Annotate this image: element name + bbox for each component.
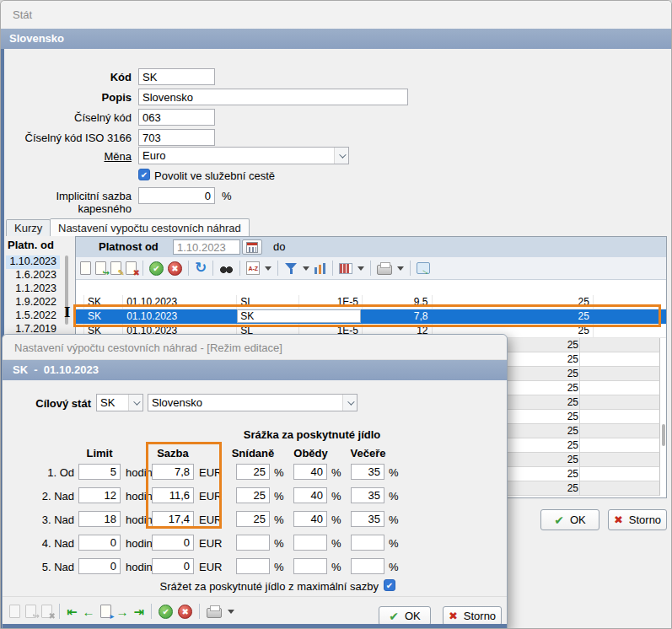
ciselny-kod-input[interactable]: 063	[138, 109, 215, 126]
limit-input[interactable]: 0	[78, 558, 121, 574]
sort-dropdown-caret[interactable]	[265, 266, 271, 271]
col-limit-label: Limit	[78, 447, 121, 460]
new-record-icon[interactable]	[80, 261, 91, 275]
popis-label: Popis	[5, 91, 132, 104]
edit-record-icon[interactable]: ✎	[110, 261, 121, 275]
ok-button[interactable]: ✔ OK	[540, 509, 599, 530]
pct-unit: %	[331, 490, 345, 503]
accept-icon[interactable]	[159, 605, 173, 619]
col-snidane-label: Snídaně	[228, 447, 278, 460]
limit-input[interactable]: 5	[78, 464, 121, 480]
obedy-input[interactable]: 40	[293, 464, 327, 480]
table-scrollbar[interactable]	[662, 424, 665, 446]
record-header-bar: Slovensko	[1, 29, 672, 49]
record-list-icon[interactable]: ▸	[100, 605, 111, 618]
iso-input[interactable]: 703	[138, 129, 215, 146]
pct-unit: %	[389, 513, 402, 526]
col-vecere-label: Večeře	[345, 447, 391, 460]
kod-input[interactable]: SK	[138, 68, 215, 85]
first-record-icon[interactable]: ⇤	[67, 605, 78, 619]
cilovy-stat-code-combo[interactable]: SK	[96, 394, 143, 411]
kapesne-input[interactable]: 0	[138, 187, 215, 204]
limit-input[interactable]: 12	[78, 487, 121, 503]
limit-input[interactable]: 0	[78, 535, 121, 551]
limit-input[interactable]: 18	[78, 511, 121, 527]
snidane-input[interactable]	[236, 558, 270, 574]
filter-date-input[interactable]: 1.10.2023	[173, 239, 240, 255]
tab-nastaveni-nahrad[interactable]: Nastavení vypočtu cestovních náhrad	[50, 218, 250, 236]
snidane-input[interactable]: 25	[236, 464, 270, 480]
print-icon[interactable]	[377, 265, 392, 275]
vecere-input[interactable]: 35	[351, 464, 384, 480]
col-sazba-label: Sazba	[152, 447, 194, 460]
dialog-frame-strip	[3, 624, 507, 629]
srazet-checkbox[interactable]	[384, 579, 395, 591]
app-window: Stát Slovensko Kód SK Popis Slovensko Čí…	[0, 0, 672, 629]
storno-button[interactable]: ✖ Storno	[608, 509, 667, 530]
cancel-icon[interactable]	[178, 605, 192, 619]
cancel-icon[interactable]	[168, 261, 182, 276]
vecere-input[interactable]	[351, 535, 384, 551]
columns-icon[interactable]	[339, 263, 352, 274]
filter-icon[interactable]	[284, 262, 298, 275]
inline-edit-cell[interactable]: SK	[237, 309, 361, 323]
print-icon[interactable]	[207, 608, 222, 618]
next-record-icon[interactable]: →	[116, 605, 129, 619]
povolit-checkbox[interactable]	[138, 169, 150, 180]
snidane-input[interactable]: 25	[236, 511, 270, 527]
cilovy-stat-name-combo[interactable]: Slovensko	[148, 394, 358, 411]
obedy-input[interactable]	[293, 535, 327, 551]
prev-record-icon[interactable]: ←	[83, 605, 95, 619]
calendar-button[interactable]	[242, 239, 262, 255]
chevron-down-icon	[334, 148, 348, 164]
table-row-selected[interactable]: SK 01.10.2023 SK 5 7,8 25	[76, 309, 667, 324]
obedy-input[interactable]	[293, 558, 327, 574]
obedy-input[interactable]: 40	[293, 487, 327, 503]
filter-values-icon[interactable]	[314, 262, 326, 274]
pct-unit: %	[274, 537, 288, 550]
filter-dropdown-caret[interactable]	[303, 266, 309, 271]
obedy-input[interactable]: 40	[293, 511, 327, 527]
find-icon[interactable]	[219, 263, 234, 274]
date-item[interactable]: 1.9.2022	[6, 296, 60, 309]
delete-record-icon[interactable]: ✖	[41, 605, 52, 618]
mena-combo[interactable]: Euro	[138, 147, 349, 164]
dialog-ok-button[interactable]: ✔ OK	[379, 606, 431, 626]
sazba-input[interactable]: 0	[152, 535, 194, 551]
snidane-input[interactable]	[236, 535, 270, 551]
new-record-icon[interactable]	[9, 605, 20, 618]
date-item[interactable]: 1.6.2023	[6, 269, 60, 282]
sazba-input[interactable]: 7,8	[152, 464, 194, 480]
print-dropdown-caret[interactable]	[228, 610, 234, 614]
columns-dropdown-caret[interactable]	[358, 266, 364, 271]
vecere-input[interactable]: 35	[351, 487, 384, 503]
x-icon: ✖	[614, 513, 623, 526]
vecere-input[interactable]: 35	[351, 511, 384, 527]
last-record-icon[interactable]: ⇥	[134, 605, 145, 619]
sort-az-icon[interactable]	[246, 261, 260, 275]
vecere-input[interactable]	[351, 558, 384, 574]
export-icon[interactable]	[417, 262, 430, 274]
insert-record-icon[interactable]: ↪	[25, 605, 36, 618]
tab-kurzy[interactable]: Kurzy	[6, 219, 51, 236]
mena-label[interactable]: Měna	[5, 150, 132, 163]
insert-record-icon[interactable]: ↪	[95, 261, 106, 275]
rate-row-label: 5. Nad	[19, 561, 74, 573]
date-item[interactable]: 1.1.2023	[6, 282, 60, 296]
check-icon: ✔	[389, 610, 399, 623]
snidane-input[interactable]: 25	[236, 487, 270, 503]
print-dropdown-caret[interactable]	[397, 266, 404, 271]
refresh-icon[interactable]	[195, 261, 207, 275]
pct-unit: %	[331, 561, 345, 573]
sazba-input[interactable]: 17,4	[152, 511, 194, 527]
table-row[interactable]: SK 01.10.2023 SI 1E-5 9,5 25	[76, 295, 667, 309]
popis-input[interactable]: Slovensko	[138, 89, 408, 105]
delete-record-icon[interactable]: ✖	[126, 261, 137, 275]
pct-unit: %	[331, 466, 345, 479]
date-item[interactable]: 1.5.2022	[6, 309, 60, 323]
sazba-input[interactable]: 11,6	[152, 487, 194, 503]
date-item[interactable]: 1.10.2023	[6, 255, 60, 269]
sazba-input[interactable]: 0	[152, 558, 194, 574]
dialog-storno-button[interactable]: ✖ Storno	[443, 606, 502, 626]
accept-icon[interactable]	[149, 261, 164, 276]
